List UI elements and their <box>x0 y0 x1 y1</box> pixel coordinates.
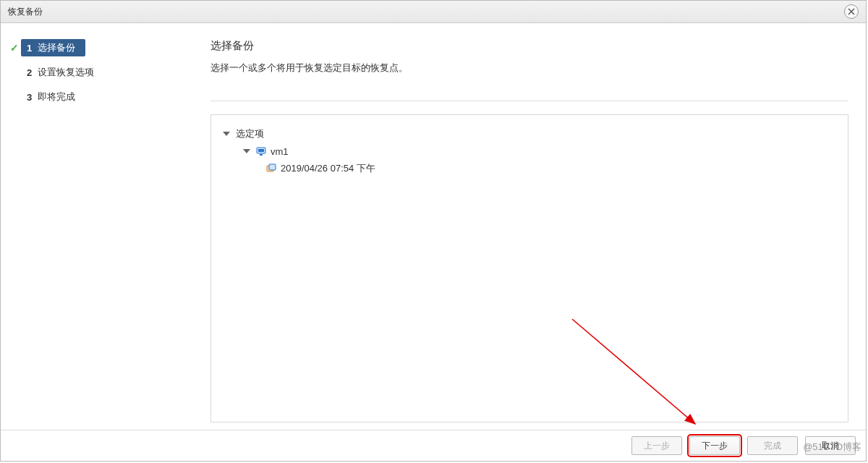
wizard-footer: 上一步 下一步 完成 取消 <box>1 430 866 461</box>
step-number: 1 <box>27 43 32 54</box>
tree-snapshot-label: 2019/04/26 07:54 下午 <box>281 162 375 175</box>
svg-rect-4 <box>260 154 263 156</box>
tree-vm-label: vm1 <box>271 146 289 157</box>
prev-button[interactable]: 上一步 <box>631 436 682 455</box>
step-label: 即将完成 <box>38 90 75 103</box>
panel-description: 选择一个或多个将用于恢复选定目标的恢复点。 <box>210 61 848 75</box>
dialog-title: 恢复备份 <box>8 6 43 18</box>
close-button[interactable] <box>844 4 859 19</box>
step-number: 2 <box>27 67 32 78</box>
svg-rect-6 <box>269 164 276 170</box>
restore-backup-dialog: 恢复备份 ✓ 1 选择备份 2 设置恢复选项 <box>0 0 867 462</box>
snapshot-icon <box>266 163 276 174</box>
wizard-main-panel: 选择备份 选择一个或多个将用于恢复选定目标的恢复点。 选定项 <box>196 23 866 430</box>
wizard-steps-sidebar: ✓ 1 选择备份 2 设置恢复选项 3 即将完成 <box>1 23 196 430</box>
vm-icon <box>256 146 266 156</box>
finish-button[interactable]: 完成 <box>747 436 798 455</box>
close-icon <box>848 8 855 15</box>
tree-root-row[interactable]: 选定项 <box>223 125 836 143</box>
wizard-step-select-backup[interactable]: ✓ 1 选择备份 <box>8 39 196 56</box>
next-button[interactable]: 下一步 <box>689 436 740 455</box>
step-label: 设置恢复选项 <box>38 66 94 79</box>
backup-tree-panel: 选定项 vm1 <box>210 114 848 422</box>
divider <box>210 101 848 101</box>
titlebar: 恢复备份 <box>1 1 866 23</box>
step-label: 选择备份 <box>38 41 75 54</box>
caret-down-icon[interactable] <box>223 132 230 136</box>
tree-vm-row[interactable]: vm1 <box>223 143 836 160</box>
tree-snapshot-row[interactable]: 2019/04/26 07:54 下午 <box>223 160 836 177</box>
dialog-body: ✓ 1 选择备份 2 设置恢复选项 3 即将完成 <box>1 23 866 430</box>
checkmark-icon: ✓ <box>8 42 21 54</box>
step-number: 3 <box>27 92 32 103</box>
wizard-step-ready[interactable]: 3 即将完成 <box>8 88 196 106</box>
cancel-button[interactable]: 取消 <box>805 436 856 455</box>
svg-rect-3 <box>258 149 264 152</box>
tree-root-label: 选定项 <box>236 127 264 140</box>
panel-heading: 选择备份 <box>210 39 848 53</box>
wizard-step-restore-options[interactable]: 2 设置恢复选项 <box>8 64 196 81</box>
caret-down-icon[interactable] <box>243 149 250 153</box>
